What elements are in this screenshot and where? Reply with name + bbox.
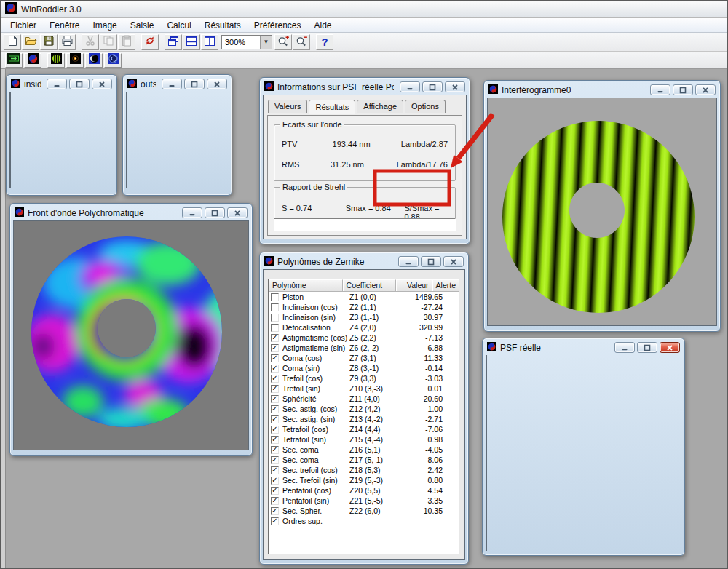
tab-options[interactable]: Options (405, 100, 446, 113)
zernike-checkbox[interactable] (271, 303, 279, 311)
tab-rsultats[interactable]: Résultats (309, 100, 355, 114)
window-outside-titlebar[interactable]: outsi... (126, 76, 229, 92)
maximize-button[interactable] (422, 81, 443, 92)
zernike-row[interactable]: Inclinaison (sin)Z3 (1,-1)30.97 (269, 312, 459, 322)
zernike-row[interactable]: ✓Sec. Spher.Z22 (6,0)-10.35 (269, 506, 459, 516)
combo-dropdown-arrow[interactable]: ▼ (260, 36, 272, 49)
zernike-row[interactable]: ✓Tetrafoil (sin)Z15 (4,-4)0.98 (269, 434, 459, 445)
menu-item-fentre[interactable]: Fenêtre (43, 19, 86, 32)
zernike-checkbox[interactable]: ✓ (271, 365, 279, 373)
zernike-checkbox[interactable]: ✓ (271, 517, 279, 525)
app-titlebar[interactable]: WinRoddier 3.0 (1, 1, 727, 18)
menu-item-prfrences[interactable]: Préférences (248, 19, 308, 32)
zoom-out-button[interactable] (293, 34, 310, 50)
zernike-row[interactable]: ✓Coma (sin)Z8 (3,-1)-0.14 (269, 363, 459, 373)
zernike-checkbox[interactable]: ✓ (271, 385, 279, 393)
zernike-checkbox[interactable]: ✓ (271, 477, 279, 485)
zernike-column-header[interactable]: Valeur (396, 279, 432, 291)
tile-horizontal-button[interactable] (183, 34, 200, 50)
maximize-button[interactable] (637, 342, 657, 353)
zernike-row[interactable]: ✓Pentafoil (cos)Z20 (5,5)4.54 (269, 485, 459, 496)
open-folder-button[interactable] (22, 34, 39, 50)
save-button[interactable] (40, 34, 58, 50)
minimize-button[interactable] (398, 256, 419, 267)
zernike-row[interactable]: ✓SphéricitéZ11 (4,0)20.60 (269, 394, 459, 404)
zernike-row[interactable]: ✓Sec. astig. (sin)Z13 (4,-2)-2.71 (269, 414, 459, 424)
zernike-checkbox[interactable] (271, 314, 279, 322)
tile-vertical-button[interactable] (201, 34, 218, 50)
blue-rings-button[interactable] (104, 53, 122, 68)
zernike-row[interactable]: ✓Trefoil (cos)Z9 (3,3)-3.03 (269, 373, 459, 383)
menu-item-aide[interactable]: Aide (308, 19, 339, 32)
zernike-checkbox[interactable]: ✓ (271, 507, 279, 515)
close-button[interactable] (207, 79, 227, 89)
minimize-button[interactable] (650, 84, 670, 95)
window-psf-titlebar[interactable]: PSF réelle (486, 340, 681, 355)
zernike-checkbox[interactable] (271, 324, 279, 332)
maximize-button[interactable] (205, 207, 225, 218)
close-button[interactable] (227, 207, 248, 218)
zernike-row[interactable]: ✓Pentafoil (sin)Z21 (5,-5)3.35 (269, 496, 459, 506)
zernike-checkbox[interactable]: ✓ (271, 487, 279, 495)
winroddier-logo-button[interactable] (24, 53, 41, 68)
minimize-button[interactable] (162, 79, 182, 89)
zernike-row[interactable]: ✓Trefoil (sin)Z10 (3,-3)0.01 (269, 383, 459, 394)
zernike-row[interactable]: ✓Sec. comaZ17 (5,-1)-8.06 (269, 455, 459, 465)
maximize-button[interactable] (69, 79, 90, 89)
zernike-checkbox[interactable]: ✓ (271, 497, 279, 505)
window-zernike[interactable]: Polynômes de Zernike PolynômeCoefficient… (259, 252, 469, 565)
zernike-column-header[interactable]: Alerte (432, 279, 459, 291)
print-button[interactable] (58, 34, 76, 50)
menu-item-fichier[interactable]: Fichier (4, 19, 43, 32)
zernike-checkbox[interactable]: ✓ (271, 375, 279, 383)
zoom-level-combo[interactable]: 300% ▼ (221, 35, 272, 49)
zernike-row[interactable]: ✓Sec. Trefoil (sin)Z19 (5,-3)0.80 (269, 475, 459, 485)
cascade-windows-button[interactable] (165, 34, 182, 50)
maximize-button[interactable] (184, 79, 205, 89)
new-document-button[interactable] (4, 34, 21, 50)
zernike-row[interactable]: DéfocalisationZ4 (2,0)320.99 (269, 322, 459, 333)
window-psf[interactable]: PSF réelle (482, 338, 685, 556)
zernike-row[interactable]: ✓Sec. trefoil (cos)Z18 (5,3)2.42 (269, 465, 459, 475)
interferogram-button[interactable] (47, 53, 65, 68)
menu-item-rsultats[interactable]: Résultats (198, 19, 248, 32)
zernike-row[interactable]: ✓Astigmatisme (sin)Z6 (2,-2)6.88 (269, 343, 459, 353)
zernike-row[interactable]: ✓Astigmatisme (cos)Z5 (2,2)-7.13 (269, 333, 459, 343)
menu-item-image[interactable]: Image (86, 19, 123, 32)
menu-item-saisie[interactable]: Saisie (124, 19, 161, 32)
zernike-column-header[interactable]: Polynôme (269, 279, 343, 291)
window-wavefront[interactable]: Front d'onde Polychromatique (9, 203, 253, 456)
zernike-checkbox[interactable]: ✓ (271, 344, 279, 352)
window-interferogram[interactable]: Interférogramme0 (483, 80, 721, 332)
window-info[interactable]: Informations sur PSF réelle Polychro... … (259, 77, 470, 244)
close-button[interactable] (445, 81, 465, 92)
zernike-checkbox[interactable]: ✓ (271, 395, 279, 403)
wavefront-button[interactable] (85, 53, 103, 68)
menu-item-calcul[interactable]: Calcul (160, 19, 197, 32)
zernike-row[interactable]: ✓Tetrafoil (cos)Z14 (4,4)-7.06 (269, 424, 459, 434)
zernike-checkbox[interactable]: ✓ (271, 415, 279, 423)
tab-valeurs[interactable]: Valeurs (268, 100, 307, 113)
zernike-row[interactable]: PistonZ1 (0,0)-1489.65 (269, 292, 459, 302)
close-button[interactable] (443, 256, 464, 267)
psf-button[interactable] (66, 53, 84, 68)
zernike-checkbox[interactable]: ✓ (271, 466, 279, 474)
zoom-in-button[interactable] (274, 34, 292, 50)
window-zernike-titlebar[interactable]: Polynômes de Zernike (263, 254, 465, 269)
window-wavefront-titlebar[interactable]: Front d'onde Polychromatique (13, 205, 249, 220)
close-button[interactable] (695, 84, 716, 95)
close-button[interactable] (660, 342, 680, 353)
minimize-button[interactable] (400, 81, 420, 92)
zernike-row[interactable]: ✓Sec. comaZ16 (5,1)-4.05 (269, 445, 459, 455)
zernike-checkbox[interactable] (271, 293, 279, 301)
zernike-list[interactable]: PolynômeCoefficientValeurAlerte PistonZ1… (268, 279, 460, 554)
window-interferogram-titlebar[interactable]: Interférogramme0 (487, 82, 717, 98)
maximize-button[interactable] (673, 84, 693, 95)
refresh-button[interactable] (141, 34, 159, 50)
window-inside[interactable]: insid... (6, 74, 117, 196)
close-button[interactable] (92, 79, 112, 89)
maximize-button[interactable] (421, 256, 441, 267)
export-button[interactable] (5, 53, 23, 68)
zernike-row[interactable]: ✓Sec. astig. (cos)Z12 (4,2)1.00 (269, 404, 459, 414)
zernike-column-header[interactable]: Coefficient (343, 279, 396, 291)
